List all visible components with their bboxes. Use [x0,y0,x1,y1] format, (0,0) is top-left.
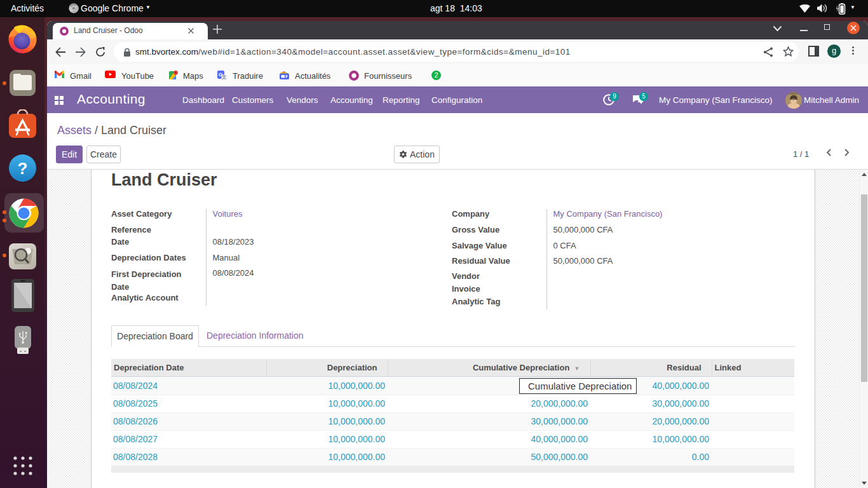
svg-text:文: 文 [222,74,226,79]
svg-text:?: ? [18,159,28,178]
